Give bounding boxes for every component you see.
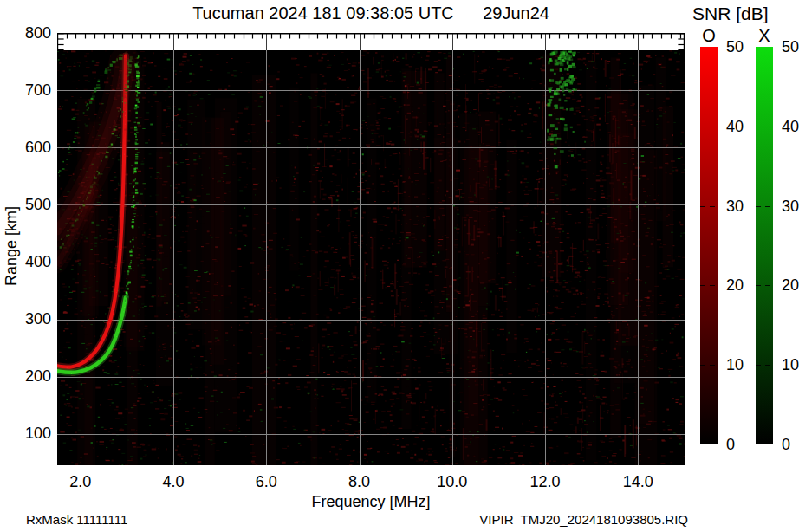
y-tick-label: 400 bbox=[0, 254, 51, 270]
colorbar-tick-dash bbox=[710, 127, 715, 127]
colorbar-tick-dash bbox=[765, 365, 770, 366]
y-tick-label: 200 bbox=[0, 368, 51, 385]
ionogram-canvas bbox=[57, 33, 685, 465]
x-axis-title: Frequency [MHz] bbox=[57, 493, 685, 511]
colorbar-tick-dash bbox=[765, 127, 770, 127]
colorbar-o bbox=[700, 47, 718, 444]
colorbar-tick-dash bbox=[765, 285, 770, 286]
x-tick-label: 8.0 bbox=[334, 473, 386, 491]
x-tick-label: 12.0 bbox=[519, 473, 571, 491]
x-tick-label: 4.0 bbox=[147, 473, 199, 491]
y-tick-label: 600 bbox=[0, 139, 51, 156]
colorbar-tick-label: 10 bbox=[726, 357, 756, 373]
colorbar-tick-label: 40 bbox=[782, 119, 799, 134]
footer-rxmask: RxMask 11111111 bbox=[26, 512, 127, 527]
colorbar-tick-label: 40 bbox=[726, 119, 756, 134]
colorbar-tick-dash bbox=[756, 206, 761, 207]
colorbar-tick-dash bbox=[756, 285, 761, 286]
colorbar-tick-dash bbox=[700, 365, 705, 366]
y-tick-label: 300 bbox=[0, 311, 51, 328]
colorbar-tick-dash bbox=[756, 127, 761, 127]
colorbar-tick-label: 30 bbox=[782, 198, 799, 214]
colorbar-tick-label: 30 bbox=[726, 198, 756, 214]
colorbar-tick-dash bbox=[700, 127, 705, 127]
colorbar-tick-dash bbox=[700, 285, 705, 286]
x-tick-label: 14.0 bbox=[612, 473, 664, 491]
colorbar-tick-dash bbox=[710, 365, 715, 366]
colorbar-x-label: X bbox=[756, 26, 773, 46]
y-tick-label: 100 bbox=[0, 425, 51, 442]
y-tick-label: 500 bbox=[0, 197, 51, 213]
colorbar-tick-label: 0 bbox=[726, 437, 756, 452]
page-title: Tucuman 2024 181 09:38:05 UTC 29Jun24 bbox=[57, 3, 685, 23]
colorbar-tick-dash bbox=[756, 365, 761, 366]
snr-colorbar-title: SNR [dB] bbox=[692, 3, 769, 24]
colorbar-tick-label: 50 bbox=[782, 39, 799, 55]
colorbar-tick-dash bbox=[700, 206, 705, 207]
colorbar-tick-label: 10 bbox=[782, 357, 799, 373]
colorbar-tick-dash bbox=[710, 206, 715, 207]
colorbar-tick-label: 20 bbox=[726, 277, 756, 293]
y-tick-label: 700 bbox=[0, 82, 51, 99]
x-tick-label: 10.0 bbox=[426, 473, 478, 491]
colorbar-x bbox=[756, 47, 773, 444]
colorbar-tick-dash bbox=[710, 285, 715, 286]
y-tick-label: 800 bbox=[0, 25, 51, 42]
x-tick-label: 6.0 bbox=[240, 473, 292, 491]
colorbar-o-label: O bbox=[700, 26, 718, 46]
colorbar-tick-label: 20 bbox=[782, 277, 799, 293]
colorbar-tick-label: 0 bbox=[782, 437, 799, 452]
footer-filename: VIPIR TMJ20_2024181093805.RIQ bbox=[479, 512, 688, 527]
x-tick-label: 2.0 bbox=[55, 473, 107, 491]
colorbar-tick-dash bbox=[765, 206, 770, 207]
colorbar-tick-label: 50 bbox=[726, 39, 756, 55]
y-axis-title: Range [km] bbox=[3, 206, 21, 286]
